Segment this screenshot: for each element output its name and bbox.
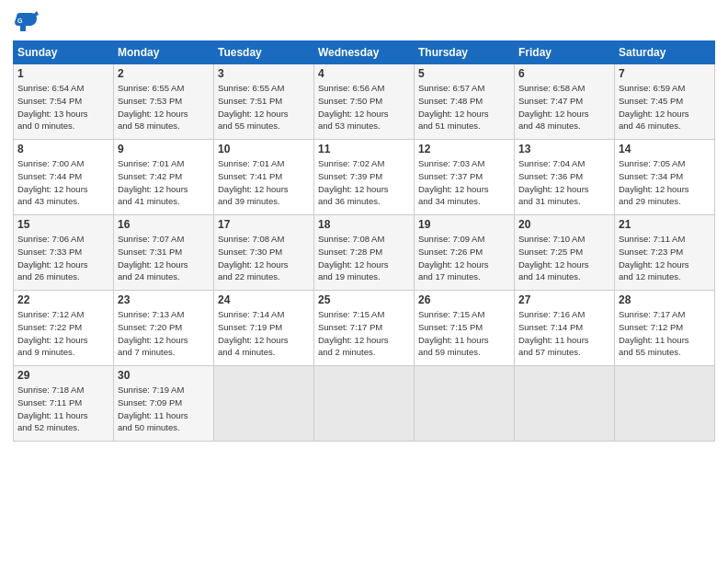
- calendar-cell: 21Sunrise: 7:11 AMSunset: 7:23 PMDayligh…: [615, 215, 715, 291]
- day-number: 25: [318, 293, 410, 306]
- header-row: SundayMondayTuesdayWednesdayThursdayFrid…: [14, 41, 715, 64]
- calendar-cell: 3Sunrise: 6:55 AMSunset: 7:51 PMDaylight…: [214, 64, 314, 140]
- day-info: Sunrise: 7:14 AMSunset: 7:19 PMDaylight:…: [218, 308, 310, 359]
- day-number: 21: [619, 218, 711, 231]
- day-number: 24: [218, 293, 310, 306]
- day-number: 16: [118, 218, 210, 231]
- day-info: Sunrise: 6:59 AMSunset: 7:45 PMDaylight:…: [619, 82, 711, 132]
- calendar-cell: 26Sunrise: 7:15 AMSunset: 7:15 PMDayligh…: [415, 291, 515, 366]
- calendar-cell: 10Sunrise: 7:01 AMSunset: 7:41 PMDayligh…: [214, 140, 314, 215]
- day-info: Sunrise: 6:56 AMSunset: 7:50 PMDaylight:…: [318, 82, 410, 132]
- weekday-header-friday: Friday: [515, 41, 615, 64]
- day-number: 6: [518, 67, 610, 80]
- day-info: Sunrise: 7:17 AMSunset: 7:12 PMDaylight:…: [619, 308, 711, 359]
- day-info: Sunrise: 7:16 AMSunset: 7:14 PMDaylight:…: [518, 308, 610, 359]
- day-info: Sunrise: 7:00 AMSunset: 7:44 PMDaylight:…: [17, 157, 109, 208]
- calendar-cell: 9Sunrise: 7:01 AMSunset: 7:42 PMDaylight…: [114, 140, 214, 215]
- calendar-body: 1Sunrise: 6:54 AMSunset: 7:54 PMDaylight…: [14, 64, 715, 442]
- calendar-cell: [214, 366, 314, 442]
- calendar-cell: 18Sunrise: 7:08 AMSunset: 7:28 PMDayligh…: [314, 215, 415, 291]
- calendar-cell: 6Sunrise: 6:58 AMSunset: 7:47 PMDaylight…: [515, 64, 615, 140]
- day-number: 29: [17, 369, 109, 382]
- calendar-cell: 13Sunrise: 7:04 AMSunset: 7:36 PMDayligh…: [515, 140, 615, 215]
- header: G: [13, 9, 715, 35]
- day-info: Sunrise: 7:06 AMSunset: 7:33 PMDaylight:…: [17, 233, 109, 283]
- day-number: 14: [619, 143, 711, 155]
- calendar-cell: [515, 366, 615, 442]
- calendar-cell: 4Sunrise: 6:56 AMSunset: 7:50 PMDaylight…: [314, 64, 415, 140]
- day-number: 8: [17, 143, 109, 155]
- day-number: 1: [17, 67, 109, 80]
- day-info: Sunrise: 7:09 AMSunset: 7:26 PMDaylight:…: [418, 233, 510, 283]
- calendar-cell: 28Sunrise: 7:17 AMSunset: 7:12 PMDayligh…: [615, 291, 715, 366]
- day-number: 26: [418, 293, 510, 306]
- calendar-cell: [615, 366, 715, 442]
- day-info: Sunrise: 7:15 AMSunset: 7:17 PMDaylight:…: [318, 308, 410, 359]
- calendar-cell: 15Sunrise: 7:06 AMSunset: 7:33 PMDayligh…: [14, 215, 114, 291]
- day-info: Sunrise: 7:13 AMSunset: 7:20 PMDaylight:…: [118, 308, 210, 359]
- day-number: 27: [518, 293, 610, 306]
- day-info: Sunrise: 7:05 AMSunset: 7:34 PMDaylight:…: [619, 157, 711, 208]
- calendar-cell: 22Sunrise: 7:12 AMSunset: 7:22 PMDayligh…: [14, 291, 114, 366]
- day-info: Sunrise: 7:08 AMSunset: 7:30 PMDaylight:…: [218, 233, 310, 283]
- svg-text:G: G: [17, 17, 23, 24]
- calendar-cell: 11Sunrise: 7:02 AMSunset: 7:39 PMDayligh…: [314, 140, 415, 215]
- day-number: 11: [318, 143, 410, 155]
- calendar-cell: 27Sunrise: 7:16 AMSunset: 7:14 PMDayligh…: [515, 291, 615, 366]
- weekday-header-sunday: Sunday: [14, 41, 114, 64]
- day-number: 13: [518, 143, 610, 155]
- calendar-cell: 14Sunrise: 7:05 AMSunset: 7:34 PMDayligh…: [615, 140, 715, 215]
- day-number: 17: [218, 218, 310, 231]
- calendar-table: SundayMondayTuesdayWednesdayThursdayFrid…: [13, 40, 715, 442]
- logo-icon: G: [13, 9, 39, 35]
- day-info: Sunrise: 7:12 AMSunset: 7:22 PMDaylight:…: [17, 308, 109, 359]
- day-number: 22: [17, 293, 109, 306]
- day-info: Sunrise: 7:03 AMSunset: 7:37 PMDaylight:…: [418, 157, 510, 208]
- calendar-cell: 16Sunrise: 7:07 AMSunset: 7:31 PMDayligh…: [114, 215, 214, 291]
- day-info: Sunrise: 7:08 AMSunset: 7:28 PMDaylight:…: [318, 233, 410, 283]
- day-info: Sunrise: 7:10 AMSunset: 7:25 PMDaylight:…: [518, 233, 610, 283]
- calendar-cell: 7Sunrise: 6:59 AMSunset: 7:45 PMDaylight…: [615, 64, 715, 140]
- day-number: 5: [418, 67, 510, 80]
- day-info: Sunrise: 6:57 AMSunset: 7:48 PMDaylight:…: [418, 82, 510, 132]
- calendar-week-4: 22Sunrise: 7:12 AMSunset: 7:22 PMDayligh…: [14, 291, 715, 366]
- day-info: Sunrise: 7:19 AMSunset: 7:09 PMDaylight:…: [118, 384, 210, 434]
- day-info: Sunrise: 7:01 AMSunset: 7:42 PMDaylight:…: [118, 157, 210, 208]
- weekday-header-monday: Monday: [114, 41, 214, 64]
- day-number: 28: [619, 293, 711, 306]
- weekday-header-saturday: Saturday: [615, 41, 715, 64]
- day-number: 19: [418, 218, 510, 231]
- calendar-week-1: 1Sunrise: 6:54 AMSunset: 7:54 PMDaylight…: [14, 64, 715, 140]
- day-info: Sunrise: 6:54 AMSunset: 7:54 PMDaylight:…: [17, 82, 109, 132]
- day-info: Sunrise: 7:02 AMSunset: 7:39 PMDaylight:…: [318, 157, 410, 208]
- calendar-cell: 17Sunrise: 7:08 AMSunset: 7:30 PMDayligh…: [214, 215, 314, 291]
- calendar-week-5: 29Sunrise: 7:18 AMSunset: 7:11 PMDayligh…: [14, 366, 715, 442]
- day-info: Sunrise: 7:11 AMSunset: 7:23 PMDaylight:…: [619, 233, 711, 283]
- weekday-header-thursday: Thursday: [415, 41, 515, 64]
- day-info: Sunrise: 7:01 AMSunset: 7:41 PMDaylight:…: [218, 157, 310, 208]
- day-number: 4: [318, 67, 410, 80]
- calendar-cell: 24Sunrise: 7:14 AMSunset: 7:19 PMDayligh…: [214, 291, 314, 366]
- calendar-week-3: 15Sunrise: 7:06 AMSunset: 7:33 PMDayligh…: [14, 215, 715, 291]
- day-number: 15: [17, 218, 109, 231]
- calendar-page: G SundayMondayTuesdayWednesdayThursdayFr…: [0, 0, 728, 563]
- calendar-week-2: 8Sunrise: 7:00 AMSunset: 7:44 PMDaylight…: [14, 140, 715, 215]
- day-info: Sunrise: 7:15 AMSunset: 7:15 PMDaylight:…: [418, 308, 510, 359]
- calendar-cell: 12Sunrise: 7:03 AMSunset: 7:37 PMDayligh…: [415, 140, 515, 215]
- day-info: Sunrise: 7:07 AMSunset: 7:31 PMDaylight:…: [118, 233, 210, 283]
- calendar-cell: 29Sunrise: 7:18 AMSunset: 7:11 PMDayligh…: [14, 366, 114, 442]
- day-number: 12: [418, 143, 510, 155]
- weekday-header-tuesday: Tuesday: [214, 41, 314, 64]
- logo: G: [13, 9, 42, 35]
- calendar-cell: [415, 366, 515, 442]
- calendar-cell: 20Sunrise: 7:10 AMSunset: 7:25 PMDayligh…: [515, 215, 615, 291]
- day-number: 10: [218, 143, 310, 155]
- day-number: 20: [518, 218, 610, 231]
- day-number: 23: [118, 293, 210, 306]
- day-number: 30: [118, 369, 210, 382]
- calendar-cell: 23Sunrise: 7:13 AMSunset: 7:20 PMDayligh…: [114, 291, 214, 366]
- calendar-cell: 25Sunrise: 7:15 AMSunset: 7:17 PMDayligh…: [314, 291, 415, 366]
- day-number: 2: [118, 67, 210, 80]
- calendar-cell: 2Sunrise: 6:55 AMSunset: 7:53 PMDaylight…: [114, 64, 214, 140]
- day-info: Sunrise: 7:04 AMSunset: 7:36 PMDaylight:…: [518, 157, 610, 208]
